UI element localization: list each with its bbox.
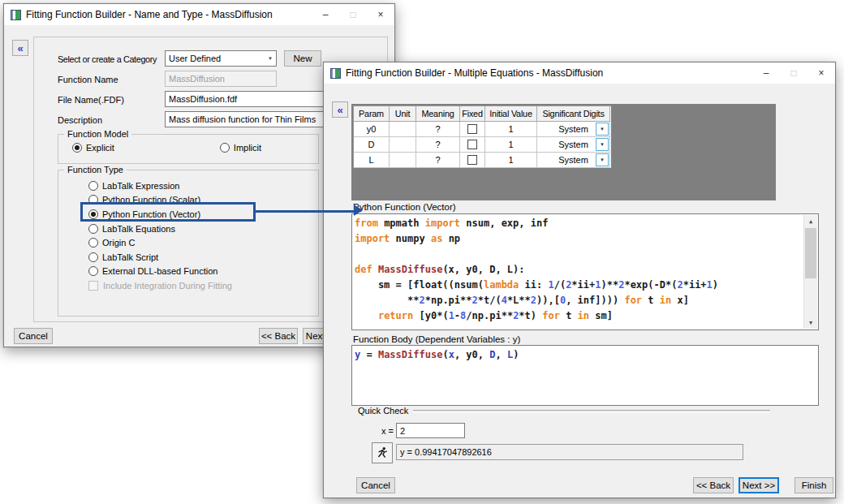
fixed-cell xyxy=(460,137,485,153)
fixed-checkbox[interactable] xyxy=(467,155,477,165)
param-cell[interactable]: y0 xyxy=(354,122,390,137)
radio-icon[interactable] xyxy=(220,143,230,153)
minimize-icon[interactable]: – xyxy=(312,4,339,25)
radio-python-function-scalar[interactable]: Python Function (Scalar) xyxy=(88,193,217,208)
radio-python-function-vector[interactable]: Python Function (Vector) xyxy=(88,207,217,222)
param-row: L?1System▼ xyxy=(354,153,611,168)
fixed-cell xyxy=(460,153,485,168)
significant-digits-cell[interactable]: System▼ xyxy=(537,122,610,137)
cancel-button[interactable]: Cancel xyxy=(14,328,53,344)
quick-check-header: Quick Check xyxy=(358,406,770,416)
radio-label: Explicit xyxy=(86,143,114,153)
scroll-down-icon[interactable]: ▼ xyxy=(804,317,817,329)
radio-icon[interactable] xyxy=(88,181,98,191)
meaning-cell[interactable]: ? xyxy=(416,153,460,168)
unit-cell[interactable] xyxy=(390,137,416,153)
quick-check-label: Quick Check xyxy=(358,406,408,416)
run-quick-check-button[interactable] xyxy=(372,442,393,463)
python-code-box[interactable]: from mpmath import nsum, exp, infimport … xyxy=(351,213,819,330)
function-body-code: y = MassDiffuse(x, y0, D, L) xyxy=(355,347,816,403)
param-cell[interactable]: D xyxy=(354,137,390,153)
titlebar[interactable]: Fitting Function Builder - Multiple Equa… xyxy=(324,62,835,84)
chevron-down-icon: ▼ xyxy=(268,56,273,61)
column-header: Fixed xyxy=(460,106,485,122)
app-icon xyxy=(11,10,21,20)
vertical-scrollbar[interactable]: ▲ ▼ xyxy=(803,215,817,329)
code-line: **2*np.pi**2*t/(4*L**2)),[0, inf]))) for… xyxy=(355,293,802,308)
close-icon[interactable]: × xyxy=(367,4,394,25)
radio-label: LabTalk Script xyxy=(102,252,158,262)
column-header: Meaning xyxy=(416,106,460,122)
param-row: y0?1System▼ xyxy=(354,122,611,137)
radio-labtalk-equations[interactable]: LabTalk Equations xyxy=(88,222,217,236)
back-button[interactable]: << Back xyxy=(693,477,734,493)
radio-label: External DLL-based Function xyxy=(102,266,217,276)
function-type-group-label: Function Type xyxy=(64,165,127,174)
titlebar[interactable]: Fitting Function Builder - Name and Type… xyxy=(4,4,394,25)
significant-digits-dropdown[interactable]: ▼ xyxy=(596,153,609,166)
maximize-icon: □ xyxy=(339,4,367,25)
radio-icon[interactable] xyxy=(88,266,98,276)
back-button[interactable]: << Back xyxy=(259,328,298,344)
window-title: Fitting Function Builder - Name and Type… xyxy=(26,9,273,20)
collapse-panel-button[interactable]: « xyxy=(332,101,348,118)
new-button[interactable]: New xyxy=(284,50,321,67)
file-name-label: File Name(.FDF) xyxy=(58,95,124,105)
significant-digits-cell[interactable]: System▼ xyxy=(537,153,610,168)
close-icon[interactable]: × xyxy=(807,62,835,84)
function-name-field: MassDiffusion xyxy=(165,71,277,87)
radio-explicit[interactable]: Explicit xyxy=(72,143,114,153)
minimize-icon[interactable]: – xyxy=(752,62,780,84)
integration-checkbox xyxy=(88,281,98,291)
significant-digits-dropdown[interactable]: ▼ xyxy=(596,123,609,136)
scroll-up-icon[interactable]: ▲ xyxy=(804,215,817,227)
python-function-label: Python Function (Vector) xyxy=(353,202,456,212)
fixed-checkbox[interactable] xyxy=(467,140,477,149)
category-dropdown[interactable]: User Defined ▼ xyxy=(165,50,277,67)
collapse-panel-button[interactable]: « xyxy=(12,40,28,56)
initial-value-cell[interactable]: 1 xyxy=(485,122,537,137)
radio-icon[interactable] xyxy=(88,224,98,234)
x-input[interactable]: 2 xyxy=(396,423,465,438)
integration-checkbox-label: Include Integration During Fitting xyxy=(103,281,232,291)
fixed-checkbox[interactable] xyxy=(467,124,477,134)
radio-implicit[interactable]: Implicit xyxy=(220,143,261,153)
cancel-button[interactable]: Cancel xyxy=(356,477,395,493)
significant-digits-cell[interactable]: System▼ xyxy=(537,137,610,153)
function-model-options: ExplicitImplicit xyxy=(72,143,261,153)
radio-icon[interactable] xyxy=(88,209,98,219)
radio-label: Python Function (Vector) xyxy=(102,209,200,219)
radio-label: LabTalk Equations xyxy=(102,224,175,234)
meaning-cell[interactable]: ? xyxy=(416,137,460,153)
radio-labtalk-expression[interactable]: LabTalk Expression xyxy=(88,179,217,193)
meaning-cell[interactable]: ? xyxy=(416,122,460,137)
scrollbar-thumb[interactable] xyxy=(805,228,816,278)
radio-labtalk-script[interactable]: LabTalk Script xyxy=(88,250,217,265)
radio-icon[interactable] xyxy=(72,143,82,153)
code-line: from mpmath import nsum, exp, inf xyxy=(355,216,802,231)
param-cell[interactable]: L xyxy=(354,153,390,168)
significant-digits-dropdown[interactable]: ▼ xyxy=(596,138,609,151)
radio-icon[interactable] xyxy=(88,195,98,205)
radio-origin-c[interactable]: Origin C xyxy=(88,235,217,250)
radio-icon[interactable] xyxy=(88,252,98,262)
unit-cell[interactable] xyxy=(390,153,416,168)
python-code: from mpmath import nsum, exp, infimport … xyxy=(355,216,802,328)
next-button[interactable]: Next >> xyxy=(738,477,779,493)
radio-label: LabTalk Expression xyxy=(102,181,179,191)
running-man-icon xyxy=(376,446,389,459)
radio-label: Origin C xyxy=(102,238,135,248)
integration-checkbox-row: Include Integration During Fitting xyxy=(88,281,232,291)
finish-button[interactable]: Finish xyxy=(794,477,833,493)
column-header: Unit xyxy=(390,106,416,122)
unit-cell[interactable] xyxy=(390,122,416,137)
radio-icon[interactable] xyxy=(88,238,98,248)
category-value: User Defined xyxy=(169,54,221,63)
function-body-box[interactable]: y = MassDiffuse(x, y0, D, L) xyxy=(351,345,819,406)
radio-label: Implicit xyxy=(234,143,261,153)
window-controls: – □ × xyxy=(752,62,835,84)
initial-value-cell[interactable]: 1 xyxy=(485,153,537,168)
code-line xyxy=(355,247,802,262)
radio-external-dll-based-function[interactable]: External DLL-based Function xyxy=(88,265,217,279)
initial-value-cell[interactable]: 1 xyxy=(485,137,537,153)
